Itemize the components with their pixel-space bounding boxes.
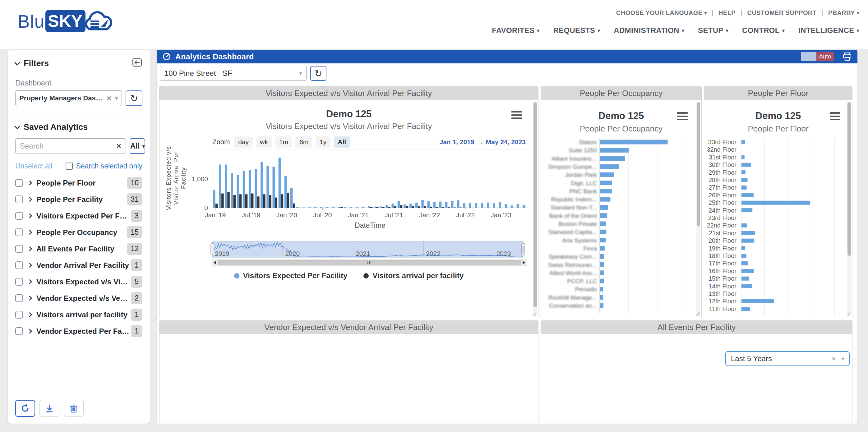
auto-refresh-toggle[interactable]: Auto bbox=[801, 52, 834, 61]
y-tick-label: 0 bbox=[204, 204, 208, 211]
navigator-handle-right[interactable] bbox=[522, 244, 525, 255]
topbar-link-choose-your-language[interactable]: CHOOSE YOUR LANGUAGE▾ bbox=[616, 9, 707, 17]
download-icon bbox=[44, 403, 54, 413]
facility-select[interactable]: 100 Pine Street - SF ▾ bbox=[160, 66, 307, 81]
nav-item-administration[interactable]: ADMINISTRATION▾ bbox=[614, 26, 684, 35]
nav-item-setup[interactable]: SETUP▾ bbox=[698, 26, 728, 35]
clear-search-icon[interactable]: × bbox=[116, 142, 121, 151]
facility-select-value: 100 Pine Street - SF bbox=[164, 69, 232, 78]
chart-menu-button[interactable] bbox=[512, 111, 522, 119]
blusky-logo: BluSKY bbox=[18, 7, 116, 35]
facility-refresh-button[interactable]: ↻ bbox=[310, 66, 327, 81]
all-filter-button[interactable]: All ▾ bbox=[130, 138, 146, 154]
panel-vertical-scrollbar[interactable] bbox=[696, 102, 701, 315]
item-checkbox[interactable] bbox=[15, 278, 23, 286]
resize-handle-icon[interactable] bbox=[694, 311, 700, 317]
resize-handle-icon[interactable] bbox=[845, 311, 851, 317]
delete-button[interactable] bbox=[64, 400, 84, 417]
unselect-all-link[interactable]: Unselect all bbox=[15, 162, 52, 170]
saved-analytics-item[interactable]: Vendor Expected Per Facility1 bbox=[15, 323, 143, 339]
scroll-right-arrow[interactable] bbox=[521, 260, 527, 266]
saved-analytics-item[interactable]: All Events Per Facility12 bbox=[15, 241, 143, 257]
item-checkbox[interactable] bbox=[15, 228, 23, 236]
nav-item-control[interactable]: CONTROL▾ bbox=[742, 26, 785, 35]
chart-scrollbar[interactable] bbox=[212, 259, 527, 266]
topbar-link-help[interactable]: HELP bbox=[718, 9, 736, 17]
search-box: × bbox=[15, 138, 126, 154]
panel-title[interactable]: Visitors Expected v/s Visitor Arrival Pe… bbox=[159, 87, 538, 100]
dashboard-refresh-button[interactable]: ↻ bbox=[126, 90, 143, 106]
bar-expected bbox=[350, 207, 352, 208]
bar-expected bbox=[296, 207, 299, 208]
chevron-right-icon bbox=[27, 329, 32, 334]
item-checkbox[interactable] bbox=[15, 327, 23, 335]
item-checkbox[interactable] bbox=[15, 195, 23, 203]
clear-icon[interactable]: × bbox=[832, 354, 836, 363]
panel-title[interactable]: People Per Floor bbox=[704, 87, 852, 100]
saved-analytics-item[interactable]: People Per Floor10 bbox=[15, 175, 143, 191]
bar-arrival bbox=[364, 208, 367, 208]
chart-menu-button[interactable] bbox=[677, 112, 688, 120]
download-button[interactable] bbox=[39, 400, 59, 417]
item-checkbox[interactable] bbox=[15, 294, 23, 302]
bar-expected bbox=[326, 207, 329, 208]
panel-vertical-scrollbar[interactable] bbox=[533, 102, 537, 315]
chevron-right-icon bbox=[27, 246, 32, 251]
panel-vertical-scrollbar[interactable] bbox=[847, 102, 851, 315]
bar-expected bbox=[493, 203, 495, 208]
nav-item-requests[interactable]: REQUESTS▾ bbox=[553, 26, 600, 35]
scrollbar-thumb[interactable] bbox=[218, 260, 521, 265]
saved-analytics-item[interactable]: People Per Facility31 bbox=[15, 191, 143, 208]
y-axis-title: Visitors Expected v/sVisitor Arrival Per… bbox=[165, 146, 187, 210]
saved-analytics-item[interactable]: People Per Occupancy15 bbox=[15, 224, 143, 241]
search-input[interactable] bbox=[20, 142, 116, 150]
resize-handle-icon[interactable] bbox=[531, 311, 537, 317]
bar-expected bbox=[308, 207, 311, 208]
filters-sidebar: Filters Dashboard Property Managers Dash… bbox=[8, 50, 150, 424]
saved-analytics-item[interactable]: Visitors Expected Per Facility3 bbox=[15, 208, 143, 224]
saved-analytics-item[interactable]: Vendor Expected v/s Vendor Arri...2 bbox=[15, 290, 143, 306]
item-checkbox[interactable] bbox=[15, 261, 23, 269]
saved-analytics-item[interactable]: Visitors arrival per facility1 bbox=[15, 306, 143, 323]
chart-subtitle: People Per Floor bbox=[704, 124, 852, 134]
scroll-left-arrow[interactable] bbox=[212, 260, 218, 266]
item-checkbox[interactable] bbox=[15, 179, 23, 187]
category-label: Digit, LLC bbox=[571, 180, 597, 186]
bar-arrival bbox=[346, 208, 349, 208]
panel-title[interactable]: People Per Occupancy bbox=[541, 87, 701, 100]
saved-analytics-item[interactable]: Vendor Arrival Per Facility1 bbox=[15, 257, 143, 274]
saved-analytics-header[interactable]: Saved Analytics bbox=[15, 122, 143, 132]
legend-item[interactable]: Visitors arrival per facility bbox=[364, 271, 464, 280]
caret-down-icon: ▾ bbox=[682, 28, 684, 34]
bar-expected bbox=[451, 201, 454, 208]
saved-analytics-item[interactable]: Visitors Expected v/s Visitor Arri...5 bbox=[15, 274, 143, 290]
nav-item-favorites[interactable]: FAVORITES▾ bbox=[492, 26, 539, 35]
time-range-select[interactable]: Last 5 Years × ▾ bbox=[725, 351, 850, 366]
caret-down-icon[interactable]: ▾ bbox=[115, 95, 118, 102]
search-selected-only-checkbox[interactable] bbox=[66, 162, 73, 170]
caret-down-icon: ▾ bbox=[537, 28, 539, 34]
topbar-link-pbarry[interactable]: PBARRY▾ bbox=[828, 9, 859, 17]
navigator-handle-left[interactable] bbox=[211, 244, 214, 255]
bar-arrival bbox=[293, 204, 296, 208]
print-icon[interactable] bbox=[842, 52, 852, 61]
item-checkbox[interactable] bbox=[15, 245, 23, 253]
nav-item-intelligence[interactable]: INTELLIGENCE▾ bbox=[798, 26, 859, 35]
dashboard-select[interactable]: Property Managers Dashboard × ▾ bbox=[15, 90, 122, 106]
chart-menu-button[interactable] bbox=[830, 112, 840, 120]
reset-button[interactable] bbox=[15, 400, 35, 417]
clear-icon[interactable]: × bbox=[105, 94, 113, 103]
topbar-link-customer-support[interactable]: CUSTOMER SUPPORT bbox=[747, 9, 817, 17]
item-checkbox[interactable] bbox=[15, 212, 23, 220]
collapse-sidebar-button[interactable] bbox=[132, 57, 143, 70]
item-label: Vendor Expected v/s Vendor Arri... bbox=[36, 294, 131, 303]
panel-title[interactable]: All Events Per Facility bbox=[541, 321, 852, 334]
legend-item[interactable]: Visitors Expected Per Facility bbox=[234, 271, 348, 280]
category-label: 21st Floor bbox=[709, 230, 737, 237]
filters-header[interactable]: Filters bbox=[15, 57, 143, 70]
chart-navigator[interactable]: 20192020202120222023 bbox=[159, 240, 538, 259]
panel-title[interactable]: Vendor Expected v/s Vendor Arrival Per F… bbox=[159, 321, 538, 334]
bar-arrival bbox=[513, 208, 516, 208]
item-checkbox[interactable] bbox=[15, 311, 23, 318]
nav-item-label: FAVORITES bbox=[492, 26, 534, 35]
